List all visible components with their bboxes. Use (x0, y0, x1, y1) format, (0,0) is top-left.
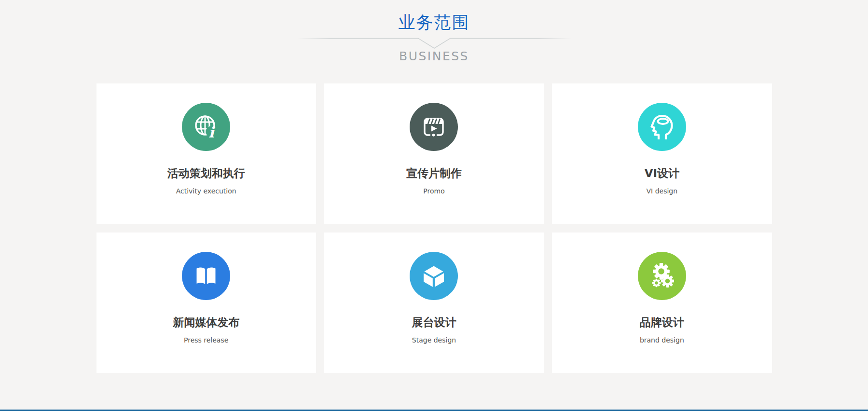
card-promo[interactable]: 宣传片制作 Promo (324, 83, 544, 224)
card-activity-execution[interactable]: i 活动策划和执行 Activity execution (96, 83, 316, 224)
card-title: 新闻媒体发布 (96, 315, 316, 329)
head-profile-icon (638, 103, 686, 151)
card-subtitle: Activity execution (96, 187, 316, 195)
clapperboard-play-icon (410, 103, 458, 151)
card-subtitle: brand design (552, 336, 772, 344)
section-header: 业务范围 BUSINESS (0, 0, 868, 64)
card-subtitle: Promo (324, 187, 544, 195)
card-brand-design[interactable]: 品牌设计 brand design (552, 233, 772, 373)
card-title: 宣传片制作 (324, 166, 544, 180)
card-title: 品牌设计 (552, 315, 772, 329)
card-title: 展台设计 (324, 315, 544, 329)
card-vi-design[interactable]: VI设计 VI design (552, 83, 772, 224)
page-title: 业务范围 (0, 12, 868, 32)
card-title: 活动策划和执行 (96, 166, 316, 180)
business-card-grid: i 活动策划和执行 Activity execution (96, 83, 772, 373)
card-subtitle: Stage design (324, 336, 544, 344)
globe-info-icon: i (182, 103, 230, 151)
card-title: VI设计 (552, 166, 772, 180)
section-subtitle: BUSINESS (0, 49, 868, 64)
card-press-release[interactable]: 新闻媒体发布 Press release (96, 233, 316, 373)
business-section: 业务范围 BUSINESS (0, 0, 868, 411)
card-stage-design[interactable]: 展台设计 Stage design (324, 233, 544, 373)
card-subtitle: Press release (96, 336, 316, 344)
gears-icon (638, 252, 686, 300)
open-book-icon (182, 252, 230, 300)
cube-icon (410, 252, 458, 300)
card-subtitle: VI design (552, 187, 772, 195)
divider-chevron (296, 37, 572, 50)
